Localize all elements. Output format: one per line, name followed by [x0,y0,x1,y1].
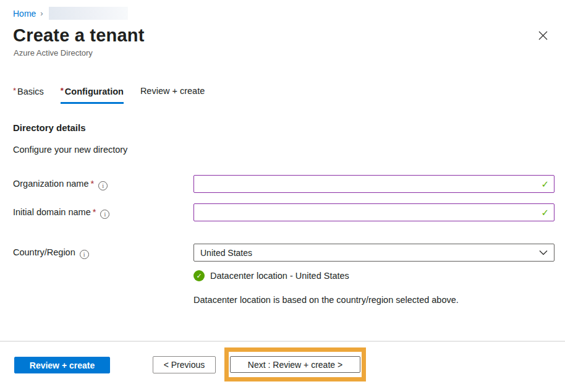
country-region-selected-value: United States [200,248,539,258]
chevron-down-icon [539,250,548,255]
datacenter-status-text: Datacenter location - United States [210,271,349,281]
country-region-dropdown[interactable]: United States [193,244,554,262]
next-review-create-button[interactable]: Next : Review + create > [230,356,360,373]
tab-review-create[interactable]: Review + create [140,86,205,101]
section-description: Configure your new directory [13,145,127,155]
required-asterisk: * [61,86,64,95]
required-asterisk: * [93,207,96,217]
wizard-tabs: *Basics *Configuration Review + create [13,86,221,104]
breadcrumb-home-link[interactable]: Home [13,9,36,19]
tab-configuration[interactable]: *Configuration [61,86,124,104]
datacenter-note: Datacenter location is based on the coun… [193,295,459,305]
previous-button[interactable]: < Previous [153,356,216,373]
create-tenant-page: Home › Create a tenant Azure Active Dire… [0,0,565,392]
info-icon[interactable]: i [100,210,109,219]
tab-label: Configuration [65,87,124,96]
label-text: Organization name [13,179,89,189]
review-create-button[interactable]: Review + create [14,357,110,373]
tab-label: Basics [17,87,44,96]
initial-domain-name-input[interactable] [193,203,554,221]
breadcrumb-chevron-icon: › [40,9,43,18]
label-text: Country/Region [13,247,75,257]
tab-basics[interactable]: *Basics [13,86,44,102]
breadcrumb: Home › [13,7,128,20]
organization-name-input[interactable] [193,175,554,193]
initial-domain-name-field-wrap: ✓ [193,203,554,221]
organization-name-field-wrap: ✓ [193,175,554,193]
country-region-label: Country/Regioni [13,247,89,259]
initial-domain-name-label: Initial domain name*i [13,207,109,219]
organization-name-label: Organization name*i [13,179,108,190]
success-circle-icon: ✓ [193,270,205,281]
required-asterisk: * [91,179,95,189]
page-subtitle: Azure Active Directory [14,48,93,58]
close-icon [538,31,548,40]
footer-divider [0,341,565,342]
info-icon[interactable]: i [80,250,89,259]
annotation-highlight-box: Next : Review + create > [224,347,366,381]
tab-label: Review + create [140,86,205,96]
required-asterisk: * [13,86,16,95]
close-button[interactable] [537,29,549,41]
page-title: Create a tenant [13,25,145,46]
datacenter-status: ✓ Datacenter location - United States [193,270,349,281]
label-text: Initial domain name [13,207,91,217]
info-icon[interactable]: i [98,181,108,190]
breadcrumb-redacted-tenant [49,7,128,20]
section-heading: Directory details [13,122,86,133]
